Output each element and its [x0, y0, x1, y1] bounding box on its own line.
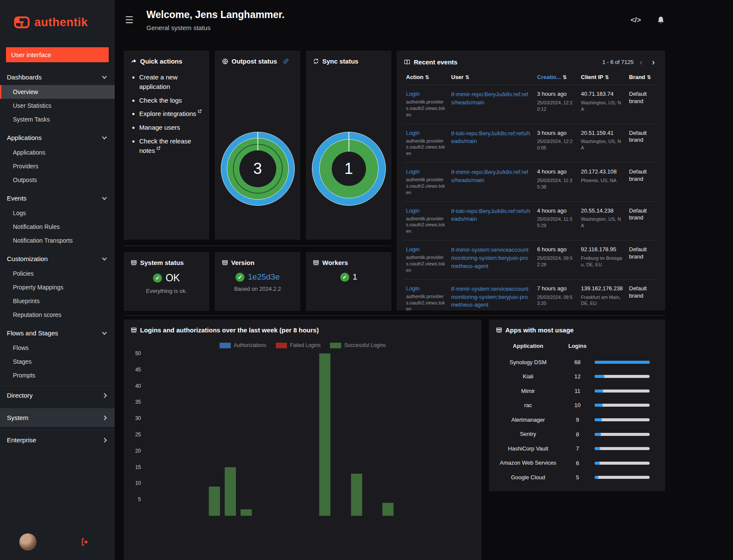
legend-item-authorizations[interactable]: Authorizations	[220, 342, 266, 348]
quick-action-link-check-the-release-notes[interactable]: Check the release notes	[139, 137, 191, 154]
app-name: Synology DSM	[496, 359, 560, 366]
column-header-brand[interactable]: Brand ⇅	[626, 70, 658, 85]
sidebar-item-overview[interactable]: Overview	[0, 85, 115, 99]
sort-icon[interactable]: ⇅	[465, 74, 470, 80]
sidebar-section-customization[interactable]: Customization	[0, 251, 115, 267]
sort-icon[interactable]: ⇅	[562, 74, 567, 80]
sort-icon[interactable]: ⇅	[605, 74, 609, 80]
avatar[interactable]	[19, 533, 37, 551]
event-geo: Freiburg im Breisgau, DE, EU	[581, 255, 624, 268]
app-usage-row: Google Cloud5	[496, 470, 658, 485]
sidebar-section-flows-and-stages[interactable]: Flows and Stages	[0, 325, 115, 341]
legend-item-failed-logins[interactable]: Failed Logins	[276, 342, 321, 348]
column-header-creatio[interactable]: Creatio... ⇅	[534, 70, 578, 85]
column-header-client-ip[interactable]: Client IP ⇅	[578, 70, 626, 85]
event-action-link[interactable]: Login	[406, 285, 420, 292]
chart-slot	[238, 353, 254, 516]
sidebar-item-blueprints[interactable]: Blueprints	[0, 294, 115, 308]
sidebar-section-system[interactable]: System	[0, 408, 115, 427]
logout-icon[interactable]	[80, 537, 90, 547]
quick-action-item: Explore integrations	[139, 109, 202, 119]
sidebar-section-directory[interactable]: Directory	[0, 386, 115, 405]
sidebar-item-reputation-scores[interactable]: Reputation scores	[0, 308, 115, 322]
event-time-absolute: 25/03/2024, 09:52:28	[537, 255, 576, 268]
link-icon[interactable]	[283, 58, 289, 64]
event-action-link[interactable]: Login	[406, 246, 420, 253]
quick-actions-list: Create a new applicationCheck the logsEx…	[139, 73, 202, 155]
app-usage-row: Kiali12	[496, 369, 658, 384]
sidebar-item-logs[interactable]: Logs	[0, 206, 115, 220]
sort-icon[interactable]: ⇅	[647, 74, 651, 80]
event-time-absolute: 25/03/2024, 11:35:38	[537, 177, 576, 190]
sidebar-item-providers[interactable]: Providers	[0, 159, 115, 173]
pagination-next-button[interactable]: ›	[648, 58, 658, 66]
sort-icon[interactable]: ⇅	[425, 74, 429, 80]
notifications-bell-icon[interactable]	[657, 16, 665, 24]
event-user-link[interactable]: tf-mimir-repo:BeryJu/k8s:ref:refs/heads/…	[451, 91, 532, 107]
event-action-link[interactable]: Login	[406, 130, 420, 136]
event-action-link[interactable]: Login	[406, 91, 420, 97]
event-user-link[interactable]: tf-mimir-system:serviceaccount:monitorin…	[451, 246, 532, 271]
chart-bar	[319, 353, 330, 516]
event-user-link[interactable]: tf-mimir-repo:BeryJu/k8s:ref:refs/heads/…	[451, 168, 532, 185]
event-action-context: authentik.providers.oauth2.views.token	[406, 216, 446, 235]
quick-action-link-create-a-new-application[interactable]: Create a new application	[139, 73, 177, 90]
workers-value: 1	[353, 272, 357, 282]
sidebar-item-prompts[interactable]: Prompts	[0, 368, 115, 382]
external-link-icon	[156, 146, 161, 150]
sidebar-section-dashboards[interactable]: Dashboards	[0, 69, 115, 85]
y-tick-label: 40	[135, 383, 141, 389]
version-title: Version	[231, 259, 254, 266]
quick-action-link-check-the-logs[interactable]: Check the logs	[139, 97, 182, 104]
version-subtitle: Based on 2024.2.2	[234, 286, 281, 292]
outpost-status-donut[interactable]: 3	[221, 132, 295, 206]
user-interface-button[interactable]: User interface	[6, 47, 109, 62]
sidebar-section-enterprise[interactable]: Enterprise	[0, 430, 115, 449]
pagination-prev-button[interactable]: ‹	[636, 58, 646, 66]
sidebar-item-property-mappings[interactable]: Property Mappings	[0, 280, 115, 294]
section-label: Dashboards	[7, 73, 42, 81]
legend-item-successful-logins[interactable]: Successful Logins	[330, 342, 386, 348]
api-code-icon[interactable]: </>	[630, 16, 641, 24]
event-user-link[interactable]: tf-loki-repo:BeryJu/k8s:ref:refs/heads/m…	[451, 207, 532, 224]
event-time-absolute: 25/03/2024, 12:20:12	[537, 100, 576, 113]
y-tick-label: 20	[135, 448, 141, 454]
event-time-relative: 4 hours ago	[537, 207, 576, 215]
usage-bar-track	[595, 404, 650, 407]
event-action-link[interactable]: Login	[406, 207, 420, 214]
hamburger-menu-icon[interactable]: ☰	[125, 15, 134, 26]
usage-bar-fill	[595, 375, 605, 378]
legend-label: Failed Logins	[290, 342, 321, 348]
sidebar-item-notification-transports[interactable]: Notification Transports	[0, 234, 115, 247]
chevron-down-icon	[102, 134, 107, 139]
app-name: rac	[496, 402, 560, 409]
brand-logo[interactable]: authentik	[0, 0, 115, 45]
column-header-action[interactable]: Action ⇅	[403, 70, 449, 85]
event-action-link[interactable]: Login	[406, 168, 420, 175]
quick-action-link-explore-integrations[interactable]: Explore integrations	[139, 110, 202, 117]
event-brand: Default brand	[629, 168, 656, 183]
sidebar-section-applications[interactable]: Applications	[0, 130, 115, 146]
sync-status-donut[interactable]: 1	[312, 132, 386, 206]
sidebar-section-events[interactable]: Events	[0, 190, 115, 206]
table-row: Loginauthentik.providers.oauth2.views.to…	[403, 279, 658, 310]
sidebar-item-notification-rules[interactable]: Notification Rules	[0, 220, 115, 234]
app-name: Amazon Web Services	[496, 459, 560, 467]
event-user-link[interactable]: tf-loki-repo:BeryJu/k8s:ref:refs/heads/m…	[451, 130, 532, 146]
usage-bar-track	[595, 361, 650, 364]
version-value-link[interactable]: 1e25d3e	[248, 272, 280, 282]
sidebar-item-user-statistics[interactable]: User Statistics	[0, 99, 115, 113]
sidebar-item-stages[interactable]: Stages	[0, 355, 115, 368]
column-header-user[interactable]: User ⇅	[449, 70, 534, 85]
sidebar-item-applications[interactable]: Applications	[0, 146, 115, 159]
event-time-relative: 4 hours ago	[537, 168, 576, 176]
chart-slot	[428, 353, 443, 516]
sidebar-item-outposts[interactable]: Outposts	[0, 173, 115, 187]
usage-bar-fill	[595, 433, 601, 436]
sidebar-item-system-tasks[interactable]: System Tasks	[0, 113, 115, 126]
sidebar-item-policies[interactable]: Policies	[0, 267, 115, 280]
event-user-link[interactable]: tf-mimir-system:serviceaccount:monitorin…	[451, 285, 532, 310]
quick-action-link-manage-users[interactable]: Manage users	[139, 124, 180, 131]
sidebar-item-flows[interactable]: Flows	[0, 341, 115, 355]
event-client-ip: 20.172.43.108	[581, 168, 624, 176]
